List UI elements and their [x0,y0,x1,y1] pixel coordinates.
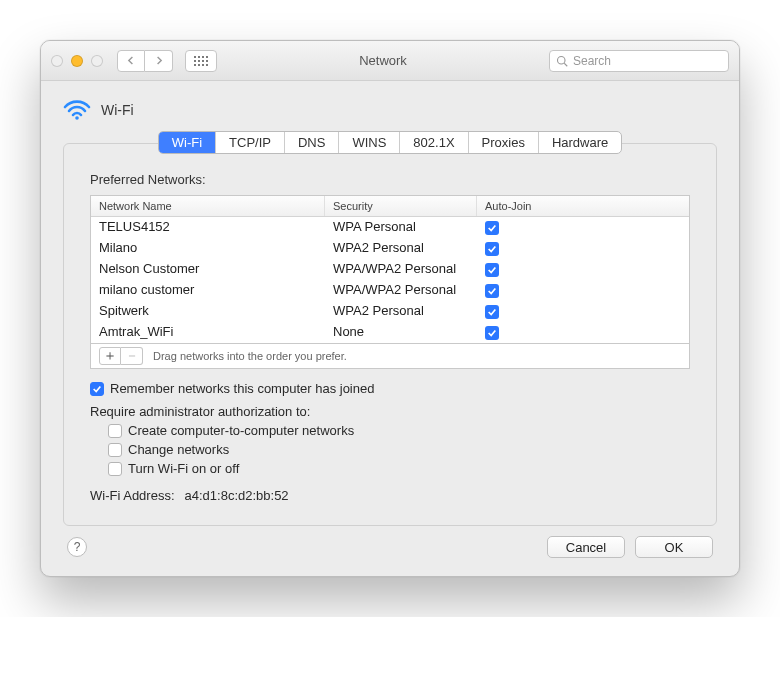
cell-network-name: Nelson Customer [91,259,325,280]
table-row[interactable]: SpitwerkWPA2 Personal [91,301,689,322]
admin-auth-label: Require administrator authorization to: [90,404,310,419]
col-network-name[interactable]: Network Name [91,196,325,216]
table-row[interactable]: MilanoWPA2 Personal [91,238,689,259]
search-icon [556,55,568,67]
forward-button[interactable] [145,50,173,72]
cell-auto-join [477,280,689,301]
table-row[interactable]: TELUS4152WPA Personal [91,217,689,238]
cell-security: WPA Personal [325,217,477,238]
help-button[interactable]: ? [67,537,87,557]
wifi-address-value: a4:d1:8c:d2:bb:52 [185,488,289,503]
search-field[interactable]: Search [549,50,729,72]
auto-join-checkbox[interactable] [485,221,499,235]
auto-join-checkbox[interactable] [485,242,499,256]
remember-networks-checkbox[interactable] [90,382,104,396]
cell-security: WPA2 Personal [325,238,477,259]
preferred-networks-table: Network Name Security Auto-Join TELUS415… [90,195,690,344]
tab-wins[interactable]: WINS [338,132,399,153]
cell-security: None [325,322,477,343]
search-placeholder: Search [573,54,611,68]
cell-network-name: Milano [91,238,325,259]
drag-hint: Drag networks into the order you prefer. [153,350,347,362]
admin-option-label: Create computer-to-computer networks [128,423,354,438]
cell-security: WPA/WPA2 Personal [325,280,477,301]
auto-join-checkbox[interactable] [485,305,499,319]
wifi-panel: Preferred Networks: Network Name Securit… [63,143,717,526]
wifi-address-label: Wi-Fi Address: [90,488,175,503]
auto-join-checkbox[interactable] [485,263,499,277]
traffic-lights [51,55,103,67]
wifi-address-row: Wi-Fi Address: a4:d1:8c:d2:bb:52 [90,488,690,503]
admin-option-label: Change networks [128,442,229,457]
table-header: Network Name Security Auto-Join [91,196,689,217]
cell-auto-join [477,238,689,259]
tab-tcpip[interactable]: TCP/IP [215,132,284,153]
cell-security: WPA/WPA2 Personal [325,259,477,280]
tabs: Wi-FiTCP/IPDNSWINS802.1XProxiesHardware [63,131,717,154]
admin-option-row[interactable]: Change networks [108,442,690,457]
remove-network-button[interactable]: － [121,347,143,365]
cell-auto-join [477,301,689,322]
tab-8021x[interactable]: 802.1X [399,132,467,153]
col-auto-join[interactable]: Auto-Join [477,196,689,216]
ok-button[interactable]: OK [635,536,713,558]
svg-line-1 [564,63,567,66]
table-row[interactable]: Nelson CustomerWPA/WPA2 Personal [91,259,689,280]
svg-point-2 [75,116,79,120]
auto-join-checkbox[interactable] [485,284,499,298]
preferred-networks-label: Preferred Networks: [90,172,690,187]
cell-network-name: Spitwerk [91,301,325,322]
admin-option-row[interactable]: Create computer-to-computer networks [108,423,690,438]
minimize-window-button[interactable] [71,55,83,67]
cell-auto-join [477,217,689,238]
zoom-window-button[interactable] [91,55,103,67]
admin-option-checkbox[interactable] [108,443,122,457]
content-area: Wi-Fi Wi-FiTCP/IPDNSWINS802.1XProxiesHar… [41,81,739,576]
cell-network-name: milano customer [91,280,325,301]
table-row[interactable]: milano customerWPA/WPA2 Personal [91,280,689,301]
tab-dns[interactable]: DNS [284,132,338,153]
admin-option-checkbox[interactable] [108,424,122,438]
back-forward-group [117,50,173,72]
remember-networks-row[interactable]: Remember networks this computer has join… [90,381,690,396]
titlebar: Network Search [41,41,739,81]
tab-hardware[interactable]: Hardware [538,132,621,153]
table-row[interactable]: Amtrak_WiFiNone [91,322,689,343]
add-remove-bar: ＋ － Drag networks into the order you pre… [90,344,690,369]
wifi-icon [63,99,91,121]
admin-option-checkbox[interactable] [108,462,122,476]
admin-option-row[interactable]: Turn Wi-Fi on or off [108,461,690,476]
admin-option-label: Turn Wi-Fi on or off [128,461,239,476]
cell-auto-join [477,259,689,280]
tab-proxies[interactable]: Proxies [468,132,538,153]
svg-point-0 [558,56,566,64]
tab-wifi[interactable]: Wi-Fi [159,132,215,153]
window-title: Network [225,53,541,68]
page-header: Wi-Fi [63,99,717,121]
cell-network-name: TELUS4152 [91,217,325,238]
footer: ? Cancel OK [63,536,717,560]
show-all-button[interactable] [185,50,217,72]
cancel-button[interactable]: Cancel [547,536,625,558]
cell-security: WPA2 Personal [325,301,477,322]
auto-join-checkbox[interactable] [485,326,499,340]
col-security[interactable]: Security [325,196,477,216]
cell-auto-join [477,322,689,343]
cell-network-name: Amtrak_WiFi [91,322,325,343]
close-window-button[interactable] [51,55,63,67]
remember-networks-label: Remember networks this computer has join… [110,381,374,396]
page-title: Wi-Fi [101,102,134,118]
back-button[interactable] [117,50,145,72]
add-network-button[interactable]: ＋ [99,347,121,365]
network-prefs-window: Network Search Wi-Fi Wi-FiTCP/IPDNSWINS8… [40,40,740,577]
